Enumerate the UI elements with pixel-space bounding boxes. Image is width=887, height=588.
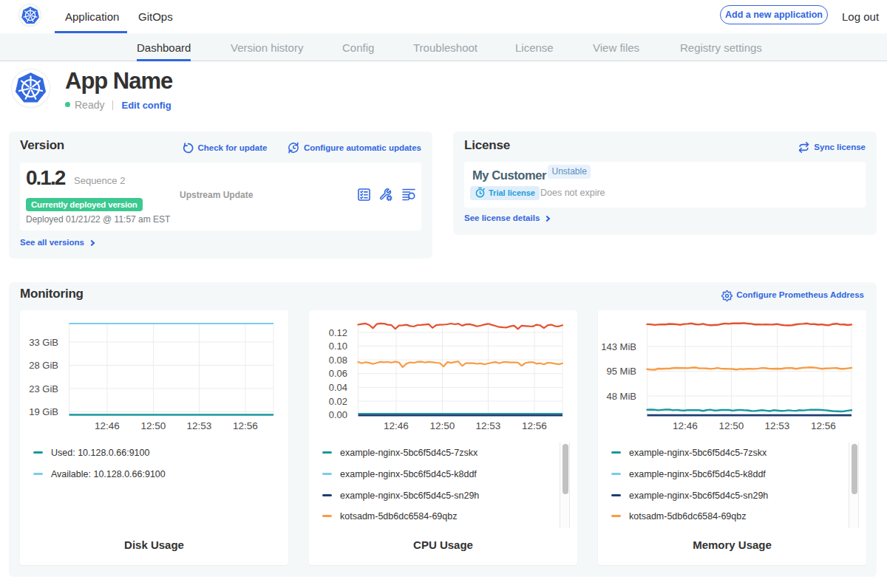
svg-text:0.10: 0.10 xyxy=(329,341,347,352)
svg-text:23 GiB: 23 GiB xyxy=(29,383,58,394)
svg-text:0.02: 0.02 xyxy=(329,396,347,407)
svg-text:95 MiB: 95 MiB xyxy=(607,366,636,377)
svg-text:0.00: 0.00 xyxy=(329,409,347,420)
svg-text:12:56: 12:56 xyxy=(811,420,836,431)
svg-text:28 GiB: 28 GiB xyxy=(29,360,58,371)
svg-text:48 MiB: 48 MiB xyxy=(607,391,636,402)
svg-text:12:46: 12:46 xyxy=(673,420,698,431)
svg-text:19 GiB: 19 GiB xyxy=(29,406,58,417)
svg-text:12:56: 12:56 xyxy=(522,420,547,431)
svg-text:12:56: 12:56 xyxy=(233,420,258,431)
svg-text:33 GiB: 33 GiB xyxy=(29,337,58,348)
svg-text:0.04: 0.04 xyxy=(329,382,347,393)
svg-text:12:46: 12:46 xyxy=(95,420,120,431)
svg-text:12:50: 12:50 xyxy=(141,420,166,431)
svg-text:0.06: 0.06 xyxy=(329,368,347,379)
svg-text:12:50: 12:50 xyxy=(719,420,744,431)
svg-text:12:53: 12:53 xyxy=(187,420,212,431)
svg-text:12:53: 12:53 xyxy=(765,420,790,431)
svg-text:0.12: 0.12 xyxy=(329,327,347,338)
svg-text:143 MiB: 143 MiB xyxy=(601,341,636,352)
svg-text:12:53: 12:53 xyxy=(476,420,501,431)
svg-text:0.08: 0.08 xyxy=(329,355,347,366)
svg-text:12:50: 12:50 xyxy=(430,420,455,431)
svg-text:12:46: 12:46 xyxy=(384,420,409,431)
